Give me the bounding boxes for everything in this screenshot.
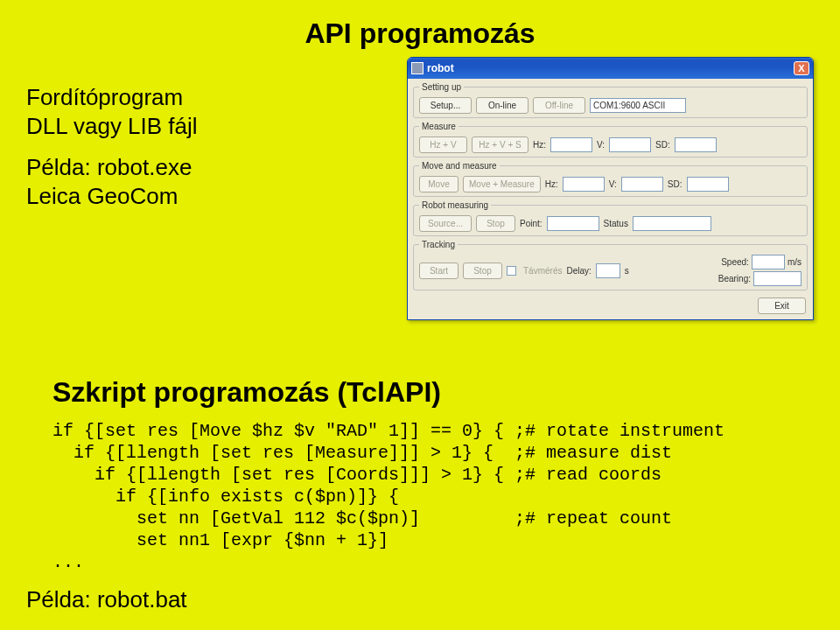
label-status: Status — [604, 219, 628, 228]
status-input[interactable] — [633, 216, 711, 231]
source-button[interactable]: Source... — [419, 215, 472, 232]
app-icon — [411, 62, 424, 74]
speed-input[interactable] — [752, 255, 785, 270]
group-robot-measuring: Robot measuring Source... Stop Point: St… — [413, 200, 808, 236]
label-delay: Delay: — [566, 266, 591, 276]
legend: Move and measure — [419, 161, 500, 171]
v-input[interactable] — [621, 177, 663, 192]
label-hz: Hz: — [545, 179, 558, 189]
label-v: V: — [609, 179, 617, 189]
group-measure: Measure Hz + V Hz + V + S Hz: V: SD: — [413, 122, 808, 158]
group-setting-up: Setting up Setup... On-line Off-line COM… — [413, 82, 808, 118]
label-hz: Hz: — [533, 140, 546, 150]
robot-window: robot X Setting up Setup... On-line Off-… — [407, 57, 814, 320]
legend: Measure — [419, 122, 458, 131]
bearing-input[interactable] — [753, 271, 802, 286]
legend: Robot measuring — [419, 200, 491, 210]
exit-button[interactable]: Exit — [758, 298, 806, 314]
offline-button[interactable]: Off-line — [533, 97, 585, 114]
label-bearing: Bearing: — [718, 274, 751, 284]
code-block: if {[set res [Move $hz $v "RAD" 1]] == 0… — [52, 420, 724, 573]
start-button[interactable]: Start — [419, 262, 458, 279]
point-input[interactable] — [547, 216, 599, 231]
delay-input[interactable] — [596, 263, 620, 278]
text-line: Leica GeoCom — [26, 182, 198, 211]
text-line: DLL vagy LIB fájl — [26, 112, 198, 141]
label-ms: m/s — [788, 257, 802, 267]
hzvs-button[interactable]: Hz + V + S — [472, 136, 528, 153]
example-label: Példa: robot.bat — [26, 586, 187, 613]
port-input[interactable]: COM1:9600 ASCII — [590, 98, 686, 113]
group-tracking: Tracking Start Stop Távmérés Delay: s Sp… — [413, 240, 808, 290]
label-speed: Speed: — [721, 257, 749, 267]
left-text-block: Fordítóprogram DLL vagy LIB fájl Példa: … — [26, 83, 198, 210]
move-measure-button[interactable]: Move + Measure — [463, 176, 541, 192]
stop-button[interactable]: Stop — [476, 215, 515, 232]
label-sd: SD: — [655, 140, 670, 150]
label-s: s — [625, 266, 629, 276]
legend: Setting up — [419, 82, 464, 92]
legend: Tracking — [419, 240, 458, 249]
text-line: Fordítóprogram — [26, 83, 198, 112]
setup-button[interactable]: Setup... — [419, 97, 472, 114]
stop-button[interactable]: Stop — [463, 262, 502, 279]
hz-input[interactable] — [563, 177, 605, 192]
page-title: API programozás — [0, 18, 840, 50]
group-move-measure: Move and measure Move Move + Measure Hz:… — [413, 161, 808, 197]
label-sd: SD: — [668, 179, 682, 189]
hzv-button[interactable]: Hz + V — [419, 136, 467, 153]
online-button[interactable]: On-line — [476, 97, 528, 114]
v-input[interactable] — [609, 137, 651, 152]
section-subtitle: Szkript programozás (TclAPI) — [52, 376, 441, 409]
tavmeres-checkbox[interactable] — [507, 266, 516, 276]
hz-input[interactable] — [550, 137, 592, 152]
window-title: robot — [427, 62, 454, 74]
close-icon[interactable]: X — [794, 61, 809, 75]
titlebar[interactable]: robot X — [408, 58, 813, 79]
sd-input[interactable] — [687, 177, 729, 192]
text-line: Példa: robot.exe — [26, 153, 198, 182]
label-point: Point: — [520, 219, 542, 228]
sd-input[interactable] — [675, 137, 717, 152]
label-tavmeres: Távmérés — [523, 266, 562, 276]
move-button[interactable]: Move — [419, 176, 458, 192]
label-v: V: — [597, 140, 605, 150]
